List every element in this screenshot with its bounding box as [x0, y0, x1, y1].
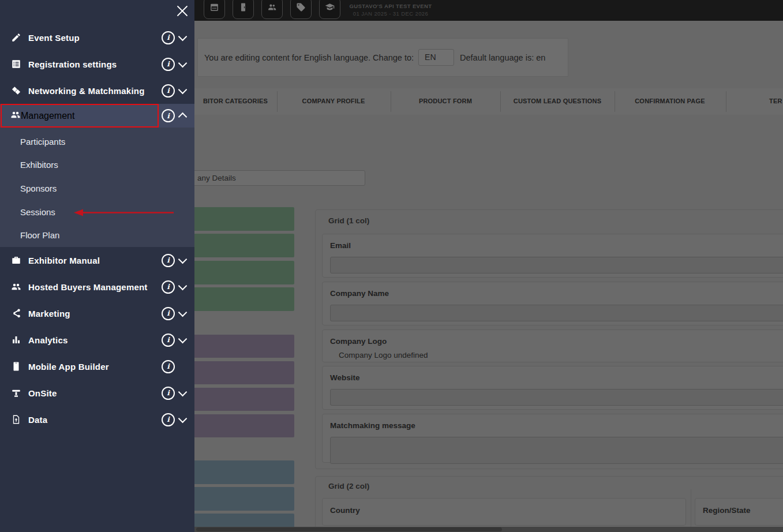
info-icon[interactable]: i	[162, 387, 175, 400]
chevron-down-icon[interactable]	[178, 58, 188, 68]
chevron-down-icon[interactable]	[178, 414, 188, 423]
sidebar-item-label: Hosted Buyers Management	[28, 282, 148, 292]
sidebar-item-onsite[interactable]: OnSite i	[0, 380, 194, 406]
sidebar-item-registration-settings[interactable]: Registration settings i	[0, 51, 194, 77]
sidebar-item-label: Exhibitor Manual	[28, 256, 100, 265]
sidebar-item-label: Management	[21, 111, 74, 121]
info-icon[interactable]: i	[162, 307, 175, 320]
sidebar-subitem-exhibitors[interactable]: Exhibitors	[0, 153, 194, 177]
sidebar-item-event-setup[interactable]: Event Setup i	[0, 24, 194, 51]
document-upload-icon	[10, 414, 21, 425]
share-icon	[10, 308, 21, 319]
info-icon[interactable]: i	[162, 58, 175, 71]
chevron-down-icon[interactable]	[178, 334, 188, 343]
sidebar-item-exhibitor-manual[interactable]: Exhibitor Manual i	[0, 247, 194, 274]
chevron-down-icon[interactable]	[178, 32, 188, 41]
sidebar-item-label: Marketing	[28, 309, 70, 319]
sidebar-item-label: Analytics	[28, 335, 68, 345]
people-group-icon	[10, 110, 21, 122]
info-icon[interactable]: i	[162, 334, 175, 347]
info-icon[interactable]: i	[162, 109, 175, 122]
chevron-down-icon[interactable]	[178, 387, 188, 396]
info-icon[interactable]: i	[162, 31, 175, 44]
sidebar-item-management[interactable]: Management i	[0, 104, 194, 128]
management-submenu: Participants Exhibitors Sponsors Session…	[0, 128, 194, 247]
info-icon[interactable]: i	[162, 413, 175, 426]
info-icon[interactable]: i	[162, 360, 175, 373]
chevron-down-icon[interactable]	[178, 281, 188, 290]
sidebar-item-label: Data	[28, 415, 47, 425]
management-section: Management i Participants Exhibitors Spo…	[0, 104, 194, 247]
people-group-icon	[10, 282, 21, 293]
sidebar-item-label: Networking & Matchmaking	[28, 86, 145, 96]
bar-chart-icon	[10, 335, 21, 346]
chevron-down-icon[interactable]	[178, 254, 188, 264]
chevron-down-icon[interactable]	[178, 308, 188, 317]
sidebar-item-label: OnSite	[28, 388, 57, 398]
briefcase-icon	[10, 255, 21, 266]
sidebar-subitem-sponsors[interactable]: Sponsors	[0, 177, 194, 200]
sidebar-subitem-sessions[interactable]: Sessions	[0, 200, 194, 224]
sidebar-item-networking-matchmaking[interactable]: Networking & Matchmaking i	[0, 77, 194, 104]
sidebar-item-mobile-app-builder[interactable]: Mobile App Builder i	[0, 353, 194, 380]
sidebar-subitem-participants[interactable]: Participants	[0, 130, 194, 153]
handshake-icon	[10, 85, 21, 96]
sidebar-item-label: Event Setup	[28, 33, 80, 43]
mobile-icon	[10, 361, 21, 372]
info-icon[interactable]: i	[162, 280, 175, 294]
form-list-icon	[10, 59, 21, 70]
pencil-icon	[10, 32, 21, 43]
sidebar-item-analytics[interactable]: Analytics i	[0, 327, 194, 353]
info-icon[interactable]: i	[162, 254, 175, 267]
sidebar-item-hosted-buyers-management[interactable]: Hosted Buyers Management i	[0, 274, 194, 300]
sidebar-item-label: Mobile App Builder	[28, 362, 109, 372]
sidebar-drawer: Event Setup i Registration settings i Ne…	[0, 0, 194, 532]
close-icon[interactable]	[175, 4, 189, 18]
info-icon[interactable]: i	[162, 84, 175, 98]
sidebar-item-marketing[interactable]: Marketing i	[0, 300, 194, 327]
sidebar-item-data[interactable]: Data i	[0, 406, 194, 433]
chevron-up-icon[interactable]	[178, 113, 188, 122]
sidebar-subitem-floor-plan[interactable]: Floor Plan	[0, 223, 194, 247]
chevron-down-icon[interactable]	[178, 85, 188, 94]
kiosk-icon	[10, 388, 21, 399]
sidebar-item-label: Registration settings	[28, 59, 117, 69]
